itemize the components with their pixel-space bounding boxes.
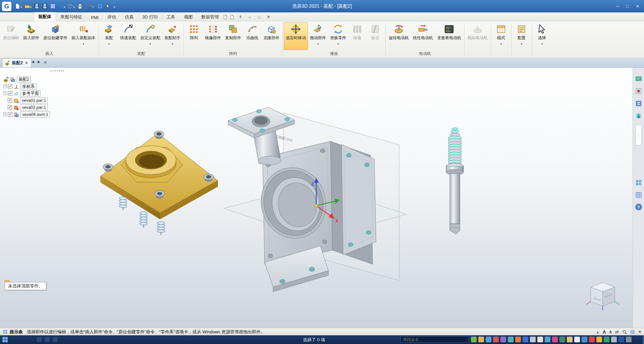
tree-item-label[interactable]: 装配2 <box>17 76 31 82</box>
tab-view[interactable]: 视图 <box>179 13 197 21</box>
tab-pmi[interactable]: PMI <box>87 14 103 21</box>
taskbar-app-icon[interactable] <box>523 337 528 342</box>
collapsed-panel-tab[interactable] <box>635 125 642 145</box>
doc-list-icon[interactable] <box>230 15 234 19</box>
visibility-checkbox[interactable] <box>8 98 12 102</box>
select-button[interactable]: 选择 <box>533 22 551 56</box>
taskbar-icon[interactable] <box>53 337 58 342</box>
minimize-button[interactable] <box>612 3 623 10</box>
grid-button[interactable] <box>97 2 104 11</box>
print-button[interactable] <box>76 2 84 11</box>
close-button[interactable] <box>633 3 643 10</box>
fit-view-icon[interactable] <box>615 329 619 334</box>
visibility-checkbox[interactable] <box>8 105 12 110</box>
taskbar-app-icon[interactable] <box>493 337 499 342</box>
tree-row-coordinate-system[interactable]: 坐标系 <box>3 83 50 90</box>
copy-component-button[interactable]: 复制部件 <box>223 22 243 50</box>
tab-tools[interactable]: 工具 <box>162 13 179 21</box>
assembly-assistant-button[interactable]: 装配助手 <box>162 22 182 50</box>
tab-data-management[interactable]: 数据管理 <box>197 13 223 21</box>
taskbar-icon[interactable] <box>37 337 42 342</box>
linear-motor-button[interactable]: 线性电动机 <box>411 22 435 50</box>
move-selected-button[interactable]: 选定时移动 <box>284 22 308 50</box>
font-decrease-icon[interactable] <box>609 329 612 334</box>
command-search-input[interactable] <box>401 337 468 342</box>
tab-evaluate[interactable]: 评估 <box>103 13 120 21</box>
chevron-up-icon[interactable] <box>596 329 599 334</box>
tree-item-label[interactable]: seva02.par:1 <box>20 105 48 111</box>
tree-row-seva02[interactable]: seva02.par:1 <box>3 104 50 111</box>
pathfinder-root-row[interactable]: 装配2 <box>3 76 50 83</box>
tab-simulation[interactable]: 仿真 <box>120 13 138 21</box>
doc-list-icon[interactable] <box>223 15 228 19</box>
app-logo[interactable]: G <box>2 2 11 11</box>
font-increase-icon[interactable] <box>602 329 606 335</box>
taskbar-app-icon[interactable] <box>559 337 565 342</box>
pathfinder-drag-handle[interactable] <box>50 70 64 71</box>
rail-home-icon[interactable] <box>635 75 642 82</box>
taskbar-app-icon[interactable] <box>626 337 632 342</box>
taskbar-app-icon[interactable] <box>486 337 491 342</box>
tab-assembly[interactable]: 装配体 <box>34 12 56 21</box>
variable-table-motor-button[interactable]: X1=X2= 变量表电动机 <box>435 22 463 50</box>
taskbar-app-icon[interactable] <box>530 337 536 342</box>
rotary-motor-button[interactable]: 旋转电动机 <box>387 22 411 50</box>
doc-restore-button[interactable] <box>255 14 263 20</box>
expand-icon[interactable] <box>3 91 7 95</box>
rail-layers-icon[interactable] <box>635 112 642 120</box>
expand-icon[interactable] <box>3 113 7 116</box>
style-button[interactable] <box>89 2 96 11</box>
rail-table-icon[interactable] <box>635 191 642 199</box>
model-scene[interactable]: 前视图 (xz) 右视图 (yz) <box>0 68 633 328</box>
close-all-icon[interactable] <box>44 60 47 66</box>
open-button[interactable] <box>24 2 33 11</box>
tree-row-reference-planes[interactable]: 参考平面 <box>3 90 50 97</box>
create-part-inplace-button[interactable]: 原位创建零件 <box>41 22 69 50</box>
scroll-left-icon[interactable] <box>32 60 34 66</box>
select-tool-button[interactable] <box>105 2 112 11</box>
drag-component-button[interactable]: 拖动部件 <box>308 22 328 50</box>
document-tab-close-icon[interactable] <box>25 60 28 66</box>
threaded-stem-part[interactable] <box>446 128 464 234</box>
taskbar-app-icon[interactable] <box>552 337 558 342</box>
taskbar-app-icon[interactable] <box>545 337 550 342</box>
search-icon[interactable] <box>622 330 627 334</box>
taskbar-app-icon[interactable] <box>478 337 484 342</box>
taskbar-app-icon[interactable] <box>515 337 521 342</box>
rail-sensor-icon[interactable] <box>635 87 642 95</box>
doc-close-button[interactable] <box>265 14 272 20</box>
scroll-right-icon[interactable] <box>38 60 40 66</box>
tree-item-label[interactable]: seva01.par:1 <box>20 97 48 104</box>
tab-sketch-features[interactable]: 草图与特征 <box>56 13 87 21</box>
tree-row-seva04[interactable]: seva04.asm:1 <box>3 111 50 118</box>
table-button[interactable] <box>49 2 56 11</box>
replace-part-button[interactable]: 替换零件 <box>328 22 348 50</box>
mirror-component-button[interactable]: 镜像部件 <box>203 22 223 50</box>
save-all-button[interactable] <box>41 2 48 11</box>
tree-row-seva01[interactable]: seva01.par:1 <box>3 97 50 104</box>
clone-component-button[interactable]: 克隆部件 <box>261 22 281 50</box>
tree-item-label[interactable]: 坐标系 <box>20 83 37 89</box>
taskbar-app-icon[interactable] <box>574 337 580 342</box>
taskbar-app-icon[interactable] <box>500 337 506 342</box>
help-button[interactable] <box>236 14 244 20</box>
taskbar-icon[interactable] <box>45 337 50 342</box>
show-desktop-button[interactable] <box>643 335 644 344</box>
visibility-checkbox[interactable] <box>8 91 12 95</box>
viewport[interactable]: 前视图 (xz) 右视图 (yz) <box>0 68 644 328</box>
rail-grid-icon[interactable] <box>635 179 642 186</box>
taskbar-app-icon[interactable] <box>508 337 514 342</box>
quick-assemble-button[interactable]: 快速装配 <box>118 22 138 50</box>
taskbar-app-icon[interactable] <box>582 337 587 342</box>
taskbar-app-icon[interactable] <box>611 337 617 342</box>
config-button[interactable]: 配置 <box>513 22 531 56</box>
insert-component-button[interactable]: 插入部件 <box>21 22 41 50</box>
visibility-checkbox[interactable] <box>8 112 12 117</box>
tree-item-label[interactable]: 参考平面 <box>20 90 41 96</box>
rail-help-icon[interactable] <box>635 204 642 210</box>
document-tab[interactable]: 装配2 <box>2 58 32 67</box>
taskbar-app-icon[interactable] <box>604 337 609 342</box>
doc-minimize-button[interactable] <box>246 14 253 20</box>
command-finder[interactable] <box>400 336 468 343</box>
taskbar-app-icon[interactable] <box>589 337 595 342</box>
